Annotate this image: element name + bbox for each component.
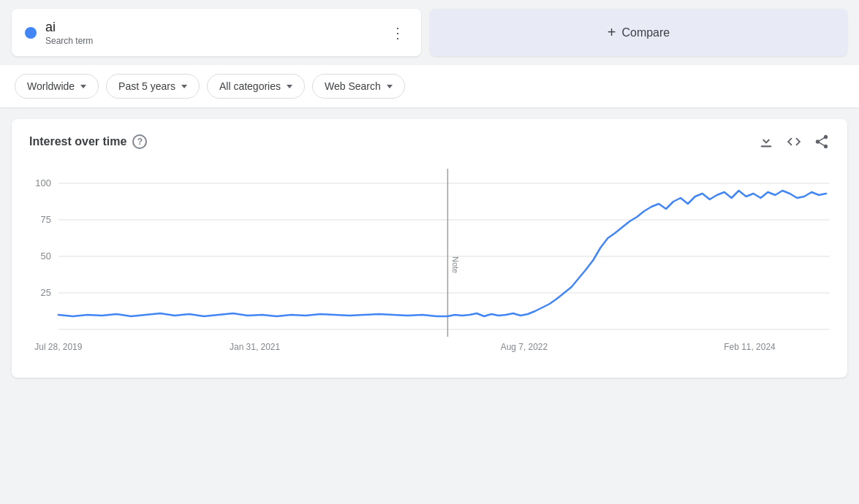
chart-header: Interest over time ? bbox=[29, 134, 830, 150]
search-term-left: ai Search term bbox=[25, 19, 93, 46]
location-filter-label: Worldwide bbox=[27, 80, 75, 92]
search-type-filter[interactable]: Web Search bbox=[312, 74, 405, 99]
svg-rect-0 bbox=[761, 146, 772, 148]
svg-text:Aug 7, 2022: Aug 7, 2022 bbox=[501, 342, 548, 352]
search-term-dot bbox=[25, 27, 37, 39]
chart-title: Interest over time bbox=[29, 135, 126, 148]
search-type-chevron-icon bbox=[387, 85, 393, 88]
plus-icon: + bbox=[608, 24, 616, 41]
help-icon[interactable]: ? bbox=[132, 134, 147, 149]
svg-text:Jan 31, 2021: Jan 31, 2021 bbox=[230, 342, 280, 352]
time-chevron-icon bbox=[181, 85, 187, 88]
search-term-card: ai Search term ⋮ bbox=[12, 9, 421, 56]
time-filter-label: Past 5 years bbox=[118, 80, 175, 92]
chart-title-group: Interest over time ? bbox=[29, 134, 147, 149]
chart-actions bbox=[758, 134, 830, 150]
filters-bar: Worldwide Past 5 years All categories We… bbox=[0, 65, 859, 107]
embed-icon[interactable] bbox=[786, 134, 802, 150]
search-term-text: ai Search term bbox=[45, 19, 93, 46]
category-filter[interactable]: All categories bbox=[207, 74, 305, 99]
trend-line bbox=[58, 191, 826, 316]
time-filter[interactable]: Past 5 years bbox=[106, 74, 200, 99]
main-content: Interest over time ? bbox=[0, 107, 859, 389]
compare-label: Compare bbox=[621, 26, 670, 39]
location-filter[interactable]: Worldwide bbox=[15, 74, 99, 99]
category-chevron-icon bbox=[287, 85, 292, 88]
svg-text:Note: Note bbox=[451, 256, 460, 273]
svg-text:50: 50 bbox=[40, 251, 50, 261]
share-icon[interactable] bbox=[814, 134, 830, 150]
svg-text:100: 100 bbox=[35, 177, 51, 188]
compare-card[interactable]: + Compare bbox=[430, 9, 847, 56]
svg-text:Jul 28, 2019: Jul 28, 2019 bbox=[34, 342, 82, 352]
category-filter-label: All categories bbox=[219, 80, 281, 92]
chart-area: 100 75 50 25 Note Jul 28, 2019 Jan 31, 2… bbox=[29, 161, 830, 366]
interest-over-time-card: Interest over time ? bbox=[12, 119, 847, 378]
location-chevron-icon bbox=[80, 85, 86, 88]
trend-chart-svg: 100 75 50 25 Note Jul 28, 2019 Jan 31, 2… bbox=[29, 161, 830, 366]
term-name: ai bbox=[45, 19, 93, 36]
more-options-icon[interactable]: ⋮ bbox=[387, 21, 408, 45]
term-label: Search term bbox=[45, 36, 93, 46]
download-icon[interactable] bbox=[758, 134, 774, 150]
search-type-filter-label: Web Search bbox=[325, 80, 381, 92]
top-bar: ai Search term ⋮ + Compare bbox=[0, 0, 859, 65]
svg-text:75: 75 bbox=[40, 214, 50, 225]
svg-text:25: 25 bbox=[40, 287, 50, 298]
svg-text:Feb 11, 2024: Feb 11, 2024 bbox=[724, 342, 776, 352]
